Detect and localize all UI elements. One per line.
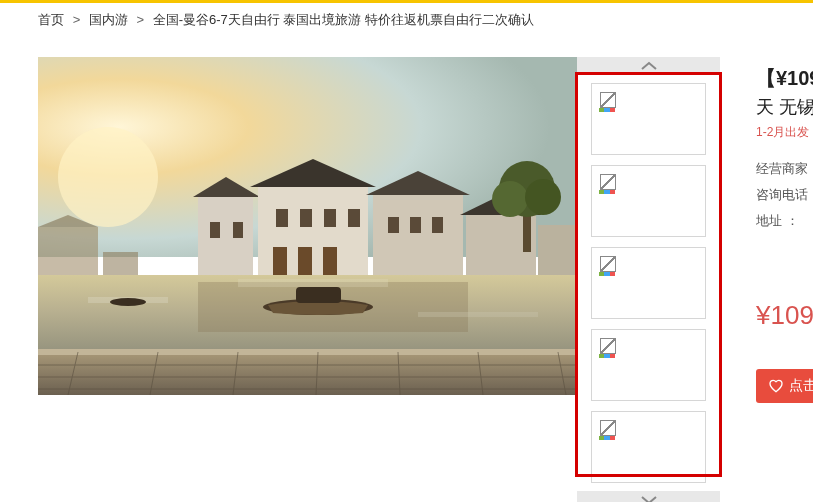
chevron-up-icon <box>640 61 658 71</box>
breadcrumb: 首页 > 国内游 > 全国-曼谷6-7天自由行 泰国出境旅游 特价往返机票自由行… <box>0 3 813 37</box>
meta-info: 经营商家 咨询电话 地址 ： <box>756 156 813 234</box>
svg-rect-33 <box>238 279 388 287</box>
svg-rect-6 <box>198 197 253 282</box>
departure-date: 1-2月出发 <box>756 124 813 141</box>
svg-rect-15 <box>210 222 220 238</box>
breadcrumb-category[interactable]: 国内游 <box>89 12 128 27</box>
thumbnail-scroll-down[interactable] <box>577 491 720 502</box>
broken-image-icon <box>600 420 618 438</box>
thumbnail-item[interactable] <box>591 247 706 319</box>
broken-image-icon <box>600 174 618 192</box>
thumbnail-column <box>577 57 720 502</box>
heart-icon <box>768 379 784 393</box>
svg-rect-16 <box>233 222 243 238</box>
product-subtitle: 天 无锡 <box>756 95 813 119</box>
svg-rect-22 <box>298 247 312 277</box>
svg-rect-26 <box>432 217 443 233</box>
svg-rect-20 <box>348 209 360 227</box>
svg-rect-35 <box>418 312 538 317</box>
broken-image-icon <box>600 338 618 356</box>
svg-rect-25 <box>410 217 421 233</box>
thumbnail-item[interactable] <box>591 411 706 483</box>
main-product-image[interactable] <box>38 57 577 395</box>
thumbnail-item[interactable] <box>591 329 706 401</box>
broken-image-icon <box>600 256 618 274</box>
svg-rect-21 <box>273 247 287 277</box>
product-info-panel: 【¥109 天 无锡 1-2月出发 经营商家 咨询电话 地址 ： <box>756 65 813 234</box>
svg-point-38 <box>110 298 146 306</box>
favorite-button[interactable]: 点击 <box>756 369 813 403</box>
breadcrumb-separator: > <box>73 12 81 27</box>
svg-rect-2 <box>38 227 98 282</box>
main-price: ¥109 <box>756 300 813 331</box>
merchant-row: 经营商家 <box>756 156 813 182</box>
hero-image <box>38 57 577 395</box>
svg-rect-23 <box>323 247 337 277</box>
content-area <box>0 37 813 395</box>
thumbnail-item[interactable] <box>591 165 706 237</box>
breadcrumb-product: 全国-曼谷6-7天自由行 泰国出境旅游 特价往返机票自由行二次确认 <box>153 12 534 27</box>
price-title: 【¥109 <box>756 65 813 92</box>
svg-rect-24 <box>388 217 399 233</box>
svg-rect-19 <box>324 209 336 227</box>
chevron-down-icon <box>640 495 658 502</box>
svg-point-29 <box>492 181 528 217</box>
gallery <box>38 57 577 395</box>
phone-row: 咨询电话 <box>756 182 813 208</box>
thumbnail-item[interactable] <box>591 83 706 155</box>
favorite-button-label: 点击 <box>789 377 813 395</box>
svg-rect-18 <box>300 209 312 227</box>
thumbnail-scroll-up[interactable] <box>577 57 720 75</box>
svg-rect-40 <box>38 349 577 355</box>
breadcrumb-separator: > <box>136 12 144 27</box>
svg-rect-10 <box>373 195 463 283</box>
svg-rect-37 <box>296 287 341 303</box>
breadcrumb-home[interactable]: 首页 <box>38 12 64 27</box>
svg-point-30 <box>525 179 561 215</box>
broken-image-icon <box>600 92 618 110</box>
svg-point-1 <box>58 127 158 227</box>
svg-rect-17 <box>276 209 288 227</box>
address-row: 地址 ： <box>756 208 813 234</box>
thumbnail-list <box>591 75 706 491</box>
